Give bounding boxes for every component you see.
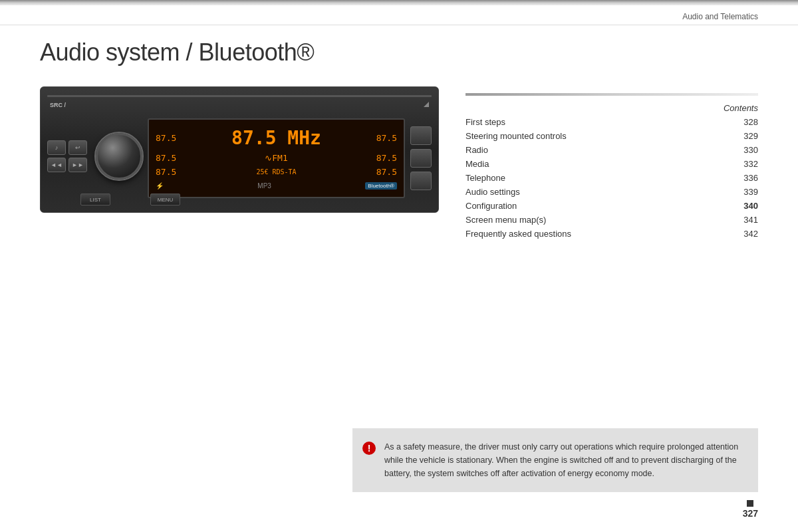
- toc-item-label: Media: [466, 157, 686, 171]
- toc-header-label: Contents: [686, 101, 758, 115]
- toc-item-label: Screen menu map(s): [466, 213, 686, 227]
- toc-item-page: 339: [686, 185, 758, 199]
- toc-table: Contents First steps 328 Steering mounte…: [466, 101, 758, 241]
- freq-left-1: 87.5: [156, 133, 176, 143]
- preset-btn-2[interactable]: [410, 149, 432, 168]
- toc-item-label: Steering mounted controls: [466, 129, 686, 143]
- warning-box: ! As a safety measure, the driver must o…: [352, 428, 758, 492]
- table-of-contents: Contents First steps 328 Steering mounte…: [466, 86, 758, 241]
- toc-item-label: Radio: [466, 143, 686, 157]
- page-number-decoration: [747, 500, 753, 507]
- toc-row[interactable]: Telephone 336: [466, 171, 758, 185]
- toc-row[interactable]: Configuration 340: [466, 199, 758, 213]
- back-button[interactable]: ↩: [68, 140, 87, 155]
- page-number-area: 327: [743, 500, 758, 519]
- header: Audio and Telematics: [0, 5, 798, 25]
- knob-ring: [94, 132, 144, 181]
- page-title: Audio system / Bluetooth®: [0, 25, 798, 73]
- radio-unit: SRC / ♪ ↩ ◄◄ ►►: [40, 86, 439, 213]
- toc-item-page: 336: [686, 171, 758, 185]
- toc-item-label: Telephone: [466, 171, 686, 185]
- main-content: SRC / ♪ ↩ ◄◄ ►►: [0, 73, 798, 254]
- toc-divider-line: [466, 93, 758, 96]
- toc-row[interactable]: First steps 328: [466, 115, 758, 129]
- volume-knob[interactable]: [96, 133, 142, 180]
- rds-label: 25€ RDS-TA: [256, 168, 296, 176]
- radio-display: 87.5 87.5 MHz 87.5 87.5 ∿FM1 87.5 87.5 2…: [148, 118, 405, 198]
- toc-item-page: 328: [686, 115, 758, 129]
- preset-btn-1[interactable]: [410, 126, 432, 145]
- toc-item-label: First steps: [466, 115, 686, 129]
- radio-body: SRC / ♪ ↩ ◄◄ ►►: [41, 87, 438, 212]
- src-label: SRC /: [50, 102, 66, 108]
- freq-right-2: 87.5: [376, 153, 397, 163]
- toc-row[interactable]: Audio settings 339: [466, 185, 758, 199]
- preset-btn-3[interactable]: [410, 172, 432, 190]
- toc-item-label: Frequently asked questions: [466, 227, 686, 241]
- toc-item-page: 332: [686, 157, 758, 171]
- toc-row[interactable]: Steering mounted controls 329: [466, 129, 758, 143]
- radio-slot: [47, 95, 432, 97]
- toc-item-page: 342: [686, 227, 758, 241]
- toc-item-label: Audio settings: [466, 185, 686, 199]
- toc-item-label: Configuration: [466, 199, 686, 213]
- radio-image-panel: SRC / ♪ ↩ ◄◄ ►►: [40, 86, 439, 241]
- freq-right-3: 87.5: [376, 167, 397, 177]
- toc-item-page: 329: [686, 129, 758, 143]
- toc-item-page: 330: [686, 143, 758, 157]
- forward-button[interactable]: ►►: [68, 158, 87, 172]
- fm-label: ∿FM1: [265, 153, 287, 163]
- volume-knob-area: [96, 133, 142, 180]
- toc-item-page: 341: [686, 213, 758, 227]
- freq-left-3: 87.5: [156, 167, 176, 177]
- toc-row[interactable]: Media 332: [466, 157, 758, 171]
- usb-icon: ⚡: [156, 182, 164, 190]
- menu-button[interactable]: MENU: [150, 194, 180, 205]
- warning-icon: !: [362, 442, 376, 455]
- display-bottom-row: ⚡ MP3 Bluetooth®: [156, 181, 397, 190]
- mp3-label: MP3: [257, 182, 271, 190]
- page-number: 327: [743, 508, 758, 519]
- warning-text: As a safety measure, the driver must onl…: [384, 440, 745, 480]
- top-decorative-bar: [0, 0, 798, 5]
- toc-row[interactable]: Frequently asked questions 342: [466, 227, 758, 241]
- freq-left-2: 87.5: [156, 153, 176, 163]
- toc-header-spacer: [466, 101, 686, 115]
- toc-row[interactable]: Radio 330: [466, 143, 758, 157]
- rewind-button[interactable]: ◄◄: [47, 158, 66, 172]
- preset-buttons: [410, 126, 432, 190]
- toc-item-page: 340: [686, 199, 758, 213]
- bluetooth-badge: Bluetooth®: [365, 182, 397, 190]
- toc-header: Contents: [466, 101, 758, 115]
- toc-row[interactable]: Screen menu map(s) 341: [466, 213, 758, 227]
- freq-main: 87.5 MHz: [231, 127, 321, 149]
- music-button[interactable]: ♪: [47, 140, 66, 155]
- section-title: Audio and Telematics: [682, 12, 758, 21]
- eject-icon: [424, 102, 429, 107]
- freq-right-1: 87.5: [376, 133, 397, 143]
- list-button[interactable]: LIST: [80, 194, 110, 205]
